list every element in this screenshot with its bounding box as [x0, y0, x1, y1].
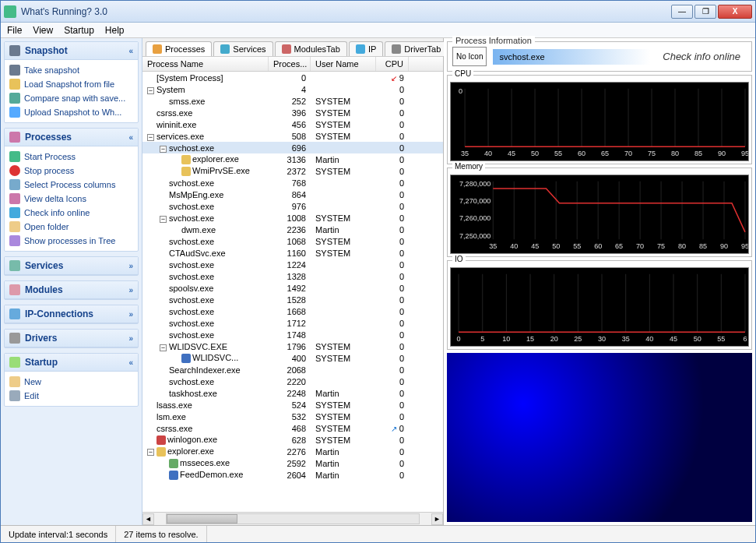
tab-driver[interactable]: DriverTab: [385, 41, 448, 56]
tree-expander-icon[interactable]: −: [160, 146, 167, 153]
table-row[interactable]: svchost.exe9760: [142, 200, 443, 212]
svg-text:7,250,000: 7,250,000: [459, 232, 491, 240]
table-row[interactable]: taskhost.exe2248Martin0: [142, 387, 443, 399]
table-row[interactable]: wininit.exe456SYSTEM0: [142, 118, 443, 130]
col-pid[interactable]: Proces...: [269, 57, 311, 71]
sidebar-stop-process[interactable]: Stop process: [9, 164, 133, 178]
table-row[interactable]: FeedDemon.exe2604Martin0: [142, 469, 443, 481]
table-body[interactable]: [System Process]0↙ 9−System40smss.exe252…: [142, 72, 443, 512]
table-row[interactable]: SearchIndexer.exe20680: [142, 364, 443, 376]
table-row[interactable]: −WLIDSVC.EXE1796SYSTEM0: [142, 340, 443, 352]
sidebar-startup-new[interactable]: New: [9, 375, 133, 389]
camera-icon: [9, 65, 20, 76]
table-row[interactable]: svchost.exe15280: [142, 294, 443, 305]
table-row[interactable]: −services.exe508SYSTEM0: [142, 130, 443, 142]
close-button[interactable]: X: [718, 5, 752, 19]
cell-pid: 456: [269, 120, 311, 129]
table-row[interactable]: −svchost.exe1008SYSTEM0: [142, 212, 443, 224]
table-row[interactable]: csrss.exe468SYSTEM↗ 0: [142, 422, 443, 434]
col-cpu[interactable]: CPU: [376, 57, 409, 71]
table-row[interactable]: spoolsv.exe14920: [142, 282, 443, 294]
table-row[interactable]: lsm.exe532SYSTEM0: [142, 411, 443, 422]
tree-expander-icon[interactable]: −: [160, 344, 167, 351]
cell-process-name: lsm.exe: [142, 412, 269, 421]
table-row[interactable]: svchost.exe22200: [142, 376, 443, 387]
table-row[interactable]: winlogon.exe628SYSTEM0: [142, 434, 443, 446]
tree-expander-icon[interactable]: −: [160, 216, 167, 223]
table-row[interactable]: svchost.exe17480: [142, 329, 443, 340]
sidebar-load-snapshot[interactable]: Load Snapshot from file: [9, 77, 133, 91]
sidebar-upload-snapshot[interactable]: Upload Snapshot to Wh...: [9, 105, 133, 119]
table-row[interactable]: −explorer.exe2276Martin0: [142, 446, 443, 457]
table-row[interactable]: svchost.exe1068SYSTEM0: [142, 235, 443, 247]
sidebar-start-process[interactable]: Start Process: [9, 150, 133, 164]
tab-processes[interactable]: Processes: [146, 41, 212, 56]
table-row[interactable]: −System40: [142, 83, 443, 95]
cell-pid: 1712: [269, 319, 311, 328]
camera-icon: [9, 45, 20, 56]
table-row[interactable]: svchost.exe12240: [142, 259, 443, 270]
scroll-left-icon[interactable]: ◄: [142, 513, 154, 525]
sidebar-open-folder[interactable]: Open folder: [9, 220, 133, 234]
table-row[interactable]: lsass.exe524SYSTEM0: [142, 399, 443, 411]
drivers-icon: [9, 333, 20, 344]
cell-pid: 1796: [269, 342, 311, 351]
table-row[interactable]: svchost.exe13280: [142, 270, 443, 282]
table-row[interactable]: svchost.exe7680: [142, 177, 443, 189]
scroll-right-icon[interactable]: ►: [431, 513, 443, 525]
menu-help[interactable]: Help: [105, 25, 125, 36]
table-row[interactable]: explorer.exe3136Martin0: [142, 153, 443, 165]
sidebar-show-tree[interactable]: Show processes in Tree: [9, 234, 133, 248]
scroll-track[interactable]: [166, 513, 420, 524]
sidebar-startup-edit[interactable]: Edit: [9, 389, 133, 403]
horizontal-scrollbar[interactable]: ◄ ►: [142, 512, 443, 525]
table-row[interactable]: WmiPrvSE.exe2372SYSTEM0: [142, 165, 443, 177]
tree-expander-icon[interactable]: −: [147, 87, 154, 94]
sidebar-check-info[interactable]: Check info online: [9, 206, 133, 220]
tab-modules[interactable]: ModulesTab: [275, 41, 347, 56]
cell-process-name: dwm.exe: [142, 225, 269, 234]
cell-user: SYSTEM: [311, 97, 376, 106]
tab-services[interactable]: Services: [213, 41, 273, 56]
table-row[interactable]: CTAudSvc.exe1160SYSTEM0: [142, 247, 443, 259]
table-row[interactable]: WLIDSVC...400SYSTEM0: [142, 352, 443, 364]
maximize-button[interactable]: ❐: [694, 5, 716, 19]
check-info-online-link[interactable]: Check info online: [656, 48, 747, 65]
table-row[interactable]: −svchost.exe6960: [142, 142, 443, 153]
cell-process-name: msseces.exe: [142, 458, 269, 468]
panel-header-services[interactable]: Services »: [5, 257, 138, 275]
cell-pid: 2604: [269, 471, 311, 480]
sidebar-view-delta[interactable]: View delta Icons: [9, 192, 133, 206]
menu-view[interactable]: View: [33, 25, 53, 36]
panel-title: Startup: [25, 357, 58, 368]
sidebar-select-columns[interactable]: Select Process columns: [9, 178, 133, 192]
panel-header-modules[interactable]: Modules »: [5, 281, 138, 299]
tree-expander-icon[interactable]: −: [147, 134, 154, 141]
table-row[interactable]: svchost.exe17120: [142, 317, 443, 329]
minimize-button[interactable]: —: [671, 5, 693, 19]
cell-user: Martin: [311, 471, 376, 480]
cell-process-name: −svchost.exe: [142, 213, 269, 223]
cell-pid: 4: [269, 85, 311, 94]
table-row[interactable]: svchost.exe16680: [142, 305, 443, 317]
panel-header-snapshot[interactable]: Snapshot «: [5, 42, 138, 60]
panel-header-drivers[interactable]: Drivers »: [5, 330, 138, 347]
table-row[interactable]: dwm.exe2236Martin0: [142, 224, 443, 235]
menu-file[interactable]: File: [7, 25, 22, 36]
table-row[interactable]: msseces.exe2592Martin0: [142, 457, 443, 469]
scroll-thumb[interactable]: [167, 514, 237, 524]
tab-ip[interactable]: IP: [349, 41, 383, 56]
panel-header-ip[interactable]: IP-Connections »: [5, 305, 138, 323]
sidebar-compare-snap[interactable]: Compare snap with save...: [9, 91, 133, 105]
sidebar-take-snapshot[interactable]: Take snapshot: [9, 63, 133, 77]
col-process-name[interactable]: Process Name: [142, 57, 269, 71]
table-row[interactable]: [System Process]0↙ 9: [142, 72, 443, 83]
panel-header-startup[interactable]: Startup «: [5, 354, 138, 372]
table-row[interactable]: MsMpEng.exe8640: [142, 189, 443, 200]
panel-header-processes[interactable]: Processes «: [5, 129, 138, 146]
table-row[interactable]: smss.exe252SYSTEM0: [142, 95, 443, 107]
tree-expander-icon[interactable]: −: [147, 449, 154, 456]
menu-startup[interactable]: Startup: [64, 25, 94, 36]
col-user[interactable]: User Name: [311, 57, 376, 71]
table-row[interactable]: csrss.exe396SYSTEM0: [142, 107, 443, 118]
